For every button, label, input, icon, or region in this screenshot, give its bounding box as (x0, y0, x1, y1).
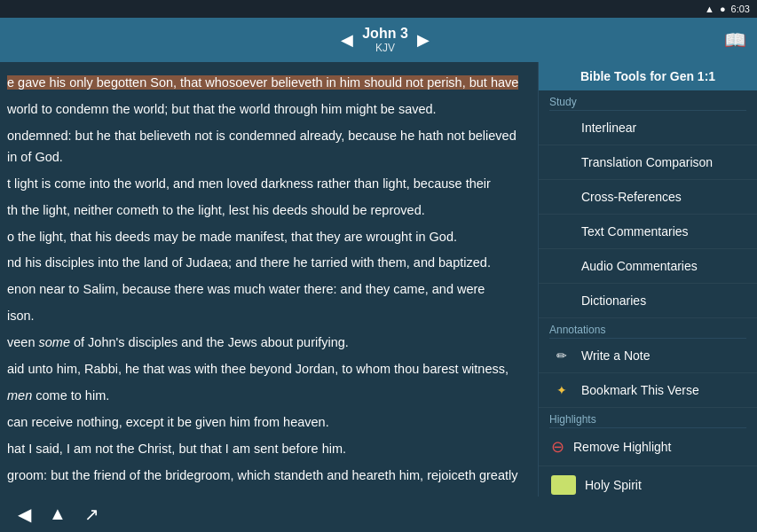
time-display: 6:03 (731, 4, 750, 14)
verse-3: ondemned: but he that believeth not is c… (7, 126, 527, 168)
share-button[interactable]: ↗ (81, 500, 103, 528)
write-note-label: Write a Note (581, 348, 651, 363)
signal-icon: ● (720, 4, 726, 14)
verse-9: ison. (7, 306, 527, 327)
bible-text-content: e gave his only begotten Son, that whoso… (0, 69, 534, 489)
study-section-label: Study (539, 90, 757, 110)
bookmark-verse-item[interactable]: ✦ Bookmark This Verse (539, 373, 757, 408)
remove-highlight-icon: ⊖ (551, 437, 564, 457)
verse-8: enon near to Salim, because there was mu… (7, 279, 527, 301)
main-area: e gave his only begotten Son, that whoso… (0, 62, 757, 497)
back-button[interactable]: ◀ (14, 500, 35, 528)
bookmark-icon[interactable]: 📖 (724, 29, 746, 51)
holy-spirit-item[interactable]: Holy Spirit (539, 466, 757, 497)
book-name: John 3 (362, 26, 408, 42)
audio-commentaries-item[interactable]: Audio Commentaries (539, 249, 757, 284)
bottom-nav: ◀ ▲ ↗ (0, 497, 757, 532)
wifi-icon: ▲ (705, 4, 714, 14)
verse-5: th the light, neither cometh to the ligh… (7, 200, 527, 222)
verse-13: can receive nothing, except it be given … (7, 412, 527, 434)
tools-header: Bible Tools for Gen 1:1 (539, 62, 757, 90)
book-version-title[interactable]: John 3 KJV (362, 26, 408, 54)
verse-2: world to condemn the world; but that the… (7, 99, 527, 121)
status-icons: ▲ ● 6:03 (705, 4, 750, 14)
next-chapter-button[interactable]: ▶ (417, 30, 430, 50)
dict-label: Dictionaries (581, 293, 646, 308)
tools-panel: Bible Tools for Gen 1:1 Study Interlinea… (538, 62, 757, 497)
nav-center: ◀ John 3 KJV ▶ (341, 26, 430, 54)
bookmark-verse-label: Bookmark This Verse (581, 383, 699, 397)
verse-10: veen some of John's disciples and the Je… (7, 332, 527, 354)
dictionaries-item[interactable]: Dictionaries (539, 284, 757, 318)
holy-spirit-swatch (551, 475, 576, 495)
translation-label: Translation Comparison (581, 155, 713, 169)
remove-highlight-item[interactable]: ⊖ Remove Highlight (539, 428, 757, 466)
audio-comm-label: Audio Commentaries (581, 259, 698, 273)
annotations-section-label: Annotations (539, 318, 757, 338)
version-label: KJV (362, 42, 408, 54)
prev-chapter-button[interactable]: ◀ (341, 30, 353, 50)
text-comm-label: Text Commentaries (581, 224, 689, 239)
cross-ref-label: Cross-References (581, 190, 682, 204)
status-bar: ▲ ● 6:03 (0, 0, 757, 18)
verse-text-highlighted: e gave his only begotten Son, that whoso… (7, 75, 518, 90)
text-commentaries-item[interactable]: Text Commentaries (539, 215, 757, 249)
top-nav: ◀ John 3 KJV ▶ 📖 (0, 18, 757, 62)
up-button[interactable]: ▲ (45, 500, 70, 528)
bottom-actions: ◀ ▲ ↗ (14, 500, 103, 528)
interlinear-label: Interlinear (581, 121, 636, 135)
bible-panel: e gave his only begotten Son, that whoso… (0, 62, 538, 497)
translation-comparison-item[interactable]: Translation Comparison (539, 145, 757, 180)
verse-11: aid unto him, Rabbi, he that was with th… (7, 359, 527, 380)
verse-15: groom: but the friend of the bridegroom,… (7, 466, 527, 487)
cross-references-item[interactable]: Cross-References (539, 180, 757, 215)
write-note-item[interactable]: ✏ Write a Note (539, 339, 757, 373)
verse-4: t light is come into the world, and men … (7, 174, 527, 195)
bookmark-verse-icon: ✦ (551, 383, 572, 397)
remove-highlight-label: Remove Highlight (573, 440, 672, 454)
interlinear-item[interactable]: Interlinear (539, 111, 757, 145)
write-note-icon: ✏ (551, 348, 572, 363)
holy-spirit-label: Holy Spirit (585, 478, 642, 492)
verse-12: men come to him. (7, 386, 527, 407)
verse-1: e gave his only begotten Son, that whoso… (7, 73, 527, 94)
highlights-section-label: Highlights (539, 408, 757, 427)
verse-7: nd his disciples into the land of Judaea… (7, 253, 527, 274)
verse-14: hat I said, I am not the Christ, but tha… (7, 439, 527, 460)
verse-6: o the light, that his deeds may be made … (7, 227, 527, 248)
